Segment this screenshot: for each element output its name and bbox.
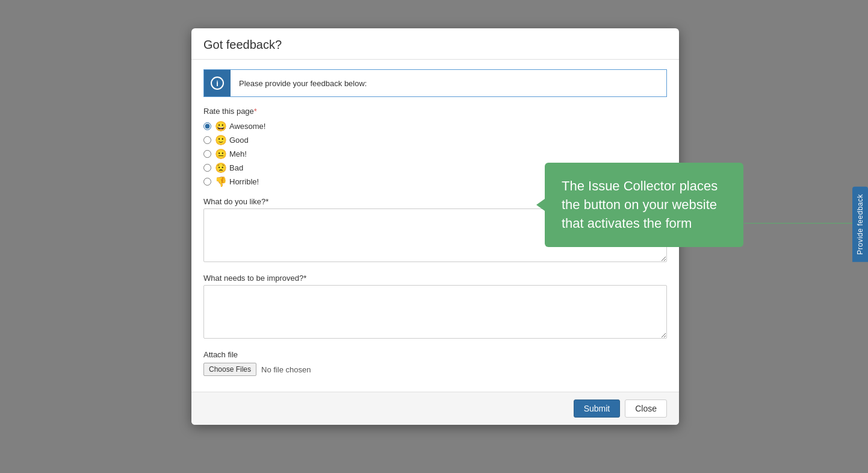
emoji-awesome: 😀: [215, 121, 227, 132]
radio-awesome[interactable]: [203, 122, 211, 130]
tooltip-box: The Issue Collector places the button on…: [545, 163, 743, 247]
no-file-text: No file chosen: [261, 365, 311, 374]
rating-option-meh[interactable]: 😐 Meh!: [203, 148, 667, 160]
emoji-horrible: 👎: [215, 176, 227, 187]
what-improve-label: What needs to be improved?*: [203, 274, 667, 283]
connector-line: [744, 223, 858, 224]
info-text: Please provide your feedback below:: [231, 73, 375, 94]
what-improve-group: What needs to be improved?*: [203, 274, 667, 340]
choose-files-button[interactable]: Choose Files: [203, 363, 256, 376]
radio-good[interactable]: [203, 136, 211, 144]
rating-label: Rate this page*: [203, 107, 667, 116]
radio-meh[interactable]: [203, 150, 211, 158]
info-icon: i: [211, 77, 224, 90]
info-box: i Please provide your feedback below:: [203, 69, 667, 97]
radio-bad[interactable]: [203, 164, 211, 172]
modal-footer: Submit Close: [191, 392, 679, 425]
close-button[interactable]: Close: [625, 399, 667, 418]
emoji-meh: 😐: [215, 148, 227, 160]
emoji-good: 🙂: [215, 134, 227, 146]
attach-section: Attach file Choose Files No file chosen: [203, 350, 667, 376]
file-input-row: Choose Files No file chosen: [203, 363, 667, 376]
modal-title: Got feedback?: [203, 38, 667, 52]
info-icon-area: i: [204, 70, 231, 96]
rating-option-awesome[interactable]: 😀 Awesome!: [203, 121, 667, 132]
tooltip-text: The Issue Collector places the button on…: [562, 178, 718, 231]
side-tab[interactable]: Provide feedback: [852, 187, 868, 262]
radio-horrible[interactable]: [203, 178, 211, 186]
rating-option-good[interactable]: 🙂 Good: [203, 134, 667, 146]
modal-header: Got feedback?: [191, 28, 679, 60]
submit-button[interactable]: Submit: [574, 399, 621, 418]
attach-label: Attach file: [203, 350, 667, 359]
emoji-bad: 😟: [215, 162, 227, 174]
what-improve-textarea[interactable]: [203, 285, 667, 339]
